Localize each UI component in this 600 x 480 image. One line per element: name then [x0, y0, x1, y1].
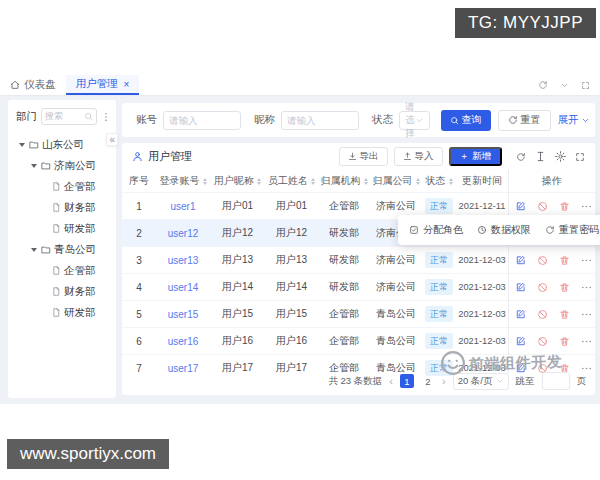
more-icon[interactable]: [581, 309, 592, 320]
close-icon[interactable]: ×: [124, 79, 130, 90]
table-row[interactable]: 4user14用户14用户14研发部济南公司正常2021-12-03: [122, 273, 595, 300]
account-link[interactable]: user15: [168, 309, 199, 320]
tree-item[interactable]: 企管部: [8, 260, 116, 281]
add-button[interactable]: ＋ 新增: [449, 147, 503, 166]
ban-icon[interactable]: [537, 336, 548, 347]
edit-icon: [515, 282, 526, 293]
account-link[interactable]: user12: [168, 228, 199, 239]
sort-icon[interactable]: [311, 178, 315, 185]
sort-icon[interactable]: [416, 178, 420, 185]
dots-vertical-icon[interactable]: [101, 112, 111, 122]
tree-item[interactable]: 企管部: [8, 176, 116, 197]
tree-item[interactable]: 山东公司: [8, 134, 116, 155]
column-header[interactable]: 归属机构: [318, 174, 370, 188]
ban-icon[interactable]: [537, 255, 548, 266]
tree-item[interactable]: 研发部: [8, 218, 116, 239]
prev-page-icon[interactable]: ‹: [389, 376, 393, 387]
search-button[interactable]: 查询: [441, 110, 491, 131]
edit-icon: [515, 336, 526, 347]
cell-account: user1: [156, 201, 210, 212]
nickname-label: 昵称: [254, 113, 275, 127]
reset-button[interactable]: 重置: [498, 110, 551, 131]
tab-dashboard[interactable]: 仪表盘: [0, 75, 66, 95]
table-actions: 导出 导入 ＋ 新增: [339, 147, 586, 166]
account-link[interactable]: user14: [168, 282, 199, 293]
page-number[interactable]: 2: [421, 374, 435, 388]
tab-user-management[interactable]: 用户管理 ×: [66, 75, 140, 95]
column-header-ops: 操作: [508, 174, 595, 188]
edit-icon[interactable]: [515, 282, 526, 293]
sort-asc-icon: [311, 178, 315, 181]
sort-icon[interactable]: [364, 178, 368, 185]
more-icon[interactable]: [581, 201, 592, 212]
ban-icon[interactable]: [537, 201, 548, 212]
page-size-label: 20 条/页: [458, 375, 493, 388]
column-header[interactable]: 登录账号: [156, 174, 210, 188]
column-header[interactable]: 归属公司: [370, 174, 422, 188]
caret-down-icon[interactable]: [19, 143, 25, 147]
nickname-input[interactable]: [281, 111, 359, 130]
caret-down-icon[interactable]: [31, 248, 37, 252]
trash-icon[interactable]: [559, 309, 570, 320]
import-button[interactable]: 导入: [394, 147, 443, 166]
trash-icon[interactable]: [559, 201, 570, 212]
ban-icon: [537, 201, 548, 212]
trash-icon[interactable]: [559, 255, 570, 266]
gear-icon[interactable]: [555, 151, 566, 162]
refresh-icon[interactable]: [516, 152, 526, 162]
expand-arrows-icon[interactable]: [575, 152, 585, 162]
account-link[interactable]: user16: [168, 336, 199, 347]
tree-item[interactable]: 济南公司: [8, 155, 116, 176]
column-height-icon[interactable]: [535, 151, 546, 162]
sort-icon[interactable]: [449, 178, 453, 185]
sort-icon[interactable]: [203, 178, 207, 185]
ban-icon[interactable]: [537, 309, 548, 320]
more-icon[interactable]: [581, 282, 592, 293]
tree-item[interactable]: 研发部: [8, 302, 116, 323]
column-header[interactable]: 状态: [422, 174, 456, 188]
menu-item-3[interactable]: 重置密码: [545, 223, 599, 237]
ban-icon[interactable]: [537, 282, 548, 293]
menu-item-1[interactable]: 分配角色: [409, 223, 463, 237]
more-icon[interactable]: [581, 336, 592, 347]
department-search-input[interactable]: 搜索: [41, 108, 97, 125]
more-icon[interactable]: [581, 255, 592, 266]
edit-icon[interactable]: [515, 255, 526, 266]
column-header[interactable]: 员工姓名: [265, 174, 318, 188]
cell-nickname-value: 用户01: [222, 199, 253, 213]
sort-icon[interactable]: [257, 178, 261, 185]
account-link[interactable]: user1: [170, 201, 195, 212]
table-row[interactable]: 3user13用户13用户13研发部济南公司正常2021-12-03: [122, 246, 595, 273]
status-select[interactable]: 请选择: [399, 111, 430, 130]
cell-nickname: 用户01: [210, 199, 265, 213]
tree-item[interactable]: 青岛公司: [8, 239, 116, 260]
table-row[interactable]: 5user15用户15用户15企管部青岛公司正常2021-12-03: [122, 300, 595, 327]
edit-icon[interactable]: [515, 309, 526, 320]
caret-down-icon[interactable]: [31, 164, 37, 168]
edit-icon[interactable]: [515, 336, 526, 347]
account-input[interactable]: [163, 111, 241, 130]
chevron-down-icon[interactable]: [560, 81, 569, 90]
search-button-label: 查询: [462, 113, 482, 127]
account-link[interactable]: user17: [168, 363, 199, 374]
account-link[interactable]: user13: [168, 255, 199, 266]
export-button[interactable]: 导出: [339, 147, 388, 166]
trash-icon[interactable]: [559, 282, 570, 293]
fullscreen-icon[interactable]: [581, 81, 590, 90]
row-actions: [508, 282, 595, 293]
edit-icon: [515, 201, 526, 212]
refresh-icon[interactable]: [538, 80, 548, 90]
expand-toggle[interactable]: 展开: [558, 113, 590, 127]
collapse-sidebar-icon[interactable]: «: [106, 133, 118, 146]
trash-icon[interactable]: [559, 336, 570, 347]
next-page-icon[interactable]: ›: [442, 376, 446, 387]
smiley-logo-icon: [440, 350, 466, 376]
tree-item[interactable]: 财务部: [8, 197, 116, 218]
edit-icon[interactable]: [515, 201, 526, 212]
menu-item-2[interactable]: 数据权限: [477, 223, 531, 237]
cell-account: user12: [156, 228, 210, 239]
tree-item[interactable]: 财务部: [8, 281, 116, 302]
page-number[interactable]: 1: [400, 374, 414, 388]
column-header[interactable]: 用户昵称: [210, 174, 265, 188]
more-icon: [581, 309, 592, 320]
